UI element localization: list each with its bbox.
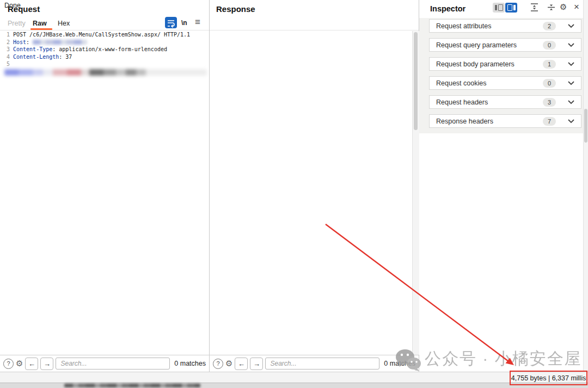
inspector-section-count-badge: 1 — [543, 60, 556, 69]
search-settings-gear-icon[interactable]: ⚙ — [16, 359, 23, 368]
inspector-section-label: Response headers — [436, 118, 543, 125]
search-next-button[interactable]: → — [40, 358, 53, 370]
request-search-input[interactable] — [56, 358, 170, 369]
inspector-panel: Inspector ⚙ × Request attributes2Request… — [419, 0, 588, 372]
code-segment: : — [26, 39, 33, 45]
line-number: 4 — [0, 53, 10, 61]
chevron-down-icon[interactable] — [568, 100, 574, 104]
inspector-section-label: Request query parameters — [436, 41, 543, 49]
search-help-icon[interactable]: ? — [3, 359, 14, 369]
line-number: 1 — [0, 31, 10, 39]
inspector-scrollbar[interactable] — [583, 0, 588, 372]
request-tab-hex[interactable]: Hex — [58, 20, 70, 27]
code-line: 1POST /c6/JHBase.Web.Menu/CallSystemShow… — [0, 31, 209, 39]
request-tab-raw[interactable]: Raw — [33, 20, 47, 27]
chevron-down-icon[interactable] — [568, 62, 574, 66]
wechat-logo-icon — [394, 347, 422, 375]
code-line: 5 — [0, 60, 209, 68]
request-search-bar: ? ⚙ ← → 0 matches — [0, 355, 210, 372]
inspector-section-label: Request body parameters — [436, 60, 543, 68]
inspector-settings-gear-icon[interactable]: ⚙ — [560, 2, 567, 12]
redacted-value — [33, 40, 87, 45]
inspector-dock-switcher — [493, 3, 517, 13]
inspector-section-count-badge: 2 — [543, 22, 556, 30]
response-tabs-separator — [210, 30, 419, 30]
inspector-title: Inspector — [430, 4, 465, 13]
line-number: 3 — [0, 46, 10, 53]
search-prev-button[interactable]: ← — [235, 358, 248, 370]
request-search-matches: 0 matches — [174, 360, 206, 367]
chevron-down-icon[interactable] — [568, 81, 574, 85]
code-segment: POST /c6/JHBase.Web.Menu/CallSystemShow.… — [13, 32, 190, 38]
watermark-text: 公众号 · 小橘安全屋 — [425, 348, 582, 370]
code-line: 3Content-Type: application/x-www-form-ur… — [0, 46, 209, 53]
inspector-section-label: Request cookies — [436, 79, 543, 87]
inspector-dock-right-button[interactable] — [505, 3, 517, 13]
search-settings-gear-icon[interactable]: ⚙ — [225, 359, 232, 368]
burp-repeater-window: Request Pretty Raw Hex \n ≡ 1POST /c6/JH… — [0, 0, 588, 388]
annotation-highlight-box: 4,755 bytes | 6,337 millis — [510, 371, 587, 385]
inspector-section-response-headers[interactable]: Response headers7 — [429, 114, 581, 128]
request-tabs-separator — [0, 30, 209, 30]
code-segment: : 37 — [59, 54, 72, 60]
request-editor[interactable]: 1POST /c6/JHBase.Web.Menu/CallSystemShow… — [0, 31, 209, 354]
line-number: 2 — [0, 39, 10, 46]
search-help-icon[interactable]: ? — [213, 359, 223, 369]
inspector-section-label: Request attributes — [436, 22, 543, 30]
inspector-scrollbar-thumb[interactable] — [584, 109, 587, 143]
search-next-button[interactable]: → — [250, 358, 263, 370]
chevron-down-icon[interactable] — [568, 43, 574, 47]
code-segment: Content-Length — [13, 54, 59, 60]
inspector-section-count-badge: 3 — [543, 98, 556, 107]
response-scrollbar[interactable] — [412, 31, 419, 355]
inspector-section-count-badge: 0 — [543, 79, 556, 88]
response-panel-title: Response — [216, 4, 255, 14]
inspector-section-request-body-parameters[interactable]: Request body parameters1 — [429, 57, 581, 71]
search-prev-button[interactable]: ← — [25, 358, 38, 370]
background-window-blurred-text — [64, 384, 200, 387]
response-search-input[interactable] — [265, 358, 379, 369]
word-wrap-toggle-icon[interactable] — [165, 17, 177, 28]
code-segment: : application/x-www-form-urlencoded — [52, 46, 167, 52]
response-panel: Response Pretty Raw Hex Render \n ≡ 1HTT… — [210, 0, 419, 355]
chevron-down-icon[interactable] — [568, 24, 574, 28]
inspector-sections: Request attributes2Request query paramet… — [419, 18, 588, 133]
inspector-dock-left-button[interactable] — [493, 3, 505, 13]
line-number: 5 — [0, 60, 10, 68]
inspector-section-request-attributes[interactable]: Request attributes2 — [429, 19, 581, 33]
response-metrics: 4,755 bytes | 6,337 millis — [511, 374, 586, 382]
request-tab-pretty[interactable]: Pretty — [8, 20, 26, 27]
code-segment: Content-Type — [13, 46, 52, 52]
inspector-section-count-badge: 0 — [543, 41, 556, 50]
code-line: 2Host: — [0, 39, 209, 46]
inspector-section-label: Request headers — [436, 98, 543, 106]
inspector-section-count-badge: 7 — [543, 117, 556, 126]
code-line: 4Content-Length: 37 — [0, 53, 209, 61]
status-bar — [0, 372, 588, 383]
expand-all-icon[interactable] — [530, 3, 539, 14]
status-text: Done — [4, 2, 21, 9]
inspector-section-request-cookies[interactable]: Request cookies0 — [429, 76, 581, 90]
show-newlines-toggle[interactable]: \n — [181, 19, 187, 27]
response-search-bar: ? ⚙ ← → 0 matches — [210, 355, 419, 372]
editor-menu-icon[interactable]: ≡ — [195, 17, 200, 28]
inspector-section-request-query-parameters[interactable]: Request query parameters0 — [429, 38, 581, 52]
redacted-request-body — [4, 69, 207, 76]
response-scrollbar-thumb[interactable] — [414, 32, 418, 130]
collapse-all-icon[interactable] — [547, 3, 556, 14]
inspector-section-request-headers[interactable]: Request headers3 — [429, 95, 581, 109]
code-segment: Host — [13, 39, 26, 45]
inspector-close-icon[interactable]: × — [574, 2, 579, 11]
request-panel: Request Pretty Raw Hex \n ≡ 1POST /c6/JH… — [0, 0, 210, 355]
chevron-down-icon[interactable] — [568, 119, 574, 124]
